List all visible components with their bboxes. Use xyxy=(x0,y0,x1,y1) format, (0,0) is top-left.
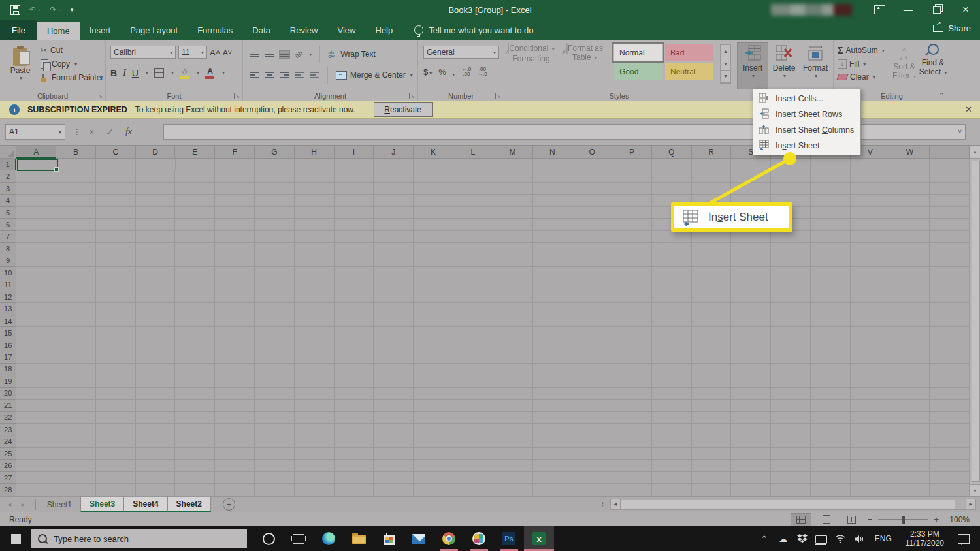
name-box-dropdown-icon[interactable]: ▾ xyxy=(59,129,61,135)
grid-cell[interactable] xyxy=(930,460,970,471)
grid-cell[interactable] xyxy=(890,364,930,375)
column-header-I[interactable]: I xyxy=(335,146,374,159)
grid-cell[interactable] xyxy=(890,400,930,411)
grid-cell[interactable] xyxy=(335,424,374,435)
grid-cell[interactable] xyxy=(255,279,295,291)
grid-cell[interactable] xyxy=(255,195,295,206)
scroll-right-icon[interactable]: ► xyxy=(966,499,976,510)
grid-cell[interactable] xyxy=(572,303,612,315)
grid-cell[interactable] xyxy=(96,400,136,411)
grid-cell[interactable] xyxy=(930,424,970,435)
taskbar-edge-icon[interactable] xyxy=(314,526,344,551)
grid-cell[interactable] xyxy=(493,327,533,339)
grid-cell[interactable] xyxy=(374,159,414,170)
grid-cell[interactable] xyxy=(612,375,652,387)
grid-cell[interactable] xyxy=(136,219,176,230)
grid-cell[interactable] xyxy=(414,231,453,243)
column-header-P[interactable]: P xyxy=(612,146,652,159)
grid-cell[interactable] xyxy=(453,327,493,339)
grid-cell[interactable] xyxy=(215,460,255,471)
grid-cell[interactable] xyxy=(295,279,335,291)
grid-cell[interactable] xyxy=(414,351,453,363)
grid-cell[interactable] xyxy=(811,219,851,230)
grid-cell[interactable] xyxy=(16,400,56,411)
grid-cell[interactable] xyxy=(96,267,136,279)
grid-cell[interactable] xyxy=(612,484,652,496)
next-sheet-icon[interactable]: ► xyxy=(20,501,26,508)
align-top-icon[interactable] xyxy=(250,51,259,58)
horizontal-scroll-thumb[interactable] xyxy=(621,500,955,509)
grid-cell[interactable] xyxy=(374,231,414,243)
grid-cell[interactable] xyxy=(890,424,930,435)
grid-cell[interactable] xyxy=(533,207,573,219)
grid-cell[interactable] xyxy=(890,315,930,327)
grid-cell[interactable] xyxy=(692,435,732,447)
grid-cell[interactable] xyxy=(136,435,176,447)
grid-cell[interactable] xyxy=(731,484,771,496)
grid-cell[interactable] xyxy=(652,484,692,496)
grid-cell[interactable] xyxy=(453,375,493,387)
row-header-3[interactable]: 3 xyxy=(0,183,16,195)
grid-cell[interactable] xyxy=(890,460,930,471)
grid-cell[interactable] xyxy=(930,327,970,339)
grid-cell[interactable] xyxy=(731,183,771,195)
grid-cell[interactable] xyxy=(692,364,732,375)
scroll-left-icon[interactable]: ◄ xyxy=(610,499,621,510)
grid-cell[interactable] xyxy=(851,351,890,363)
grid-cell[interactable] xyxy=(96,255,136,267)
grid-cell[interactable] xyxy=(295,412,335,424)
grid-cell[interactable] xyxy=(136,255,176,267)
align-middle-icon[interactable] xyxy=(265,51,274,58)
battery-icon[interactable] xyxy=(814,529,828,548)
tab-help[interactable]: Help xyxy=(365,20,402,40)
grid-cell[interactable] xyxy=(215,315,255,327)
action-center-icon[interactable] xyxy=(954,534,973,544)
grid-cell[interactable] xyxy=(56,388,96,400)
tab-file[interactable]: File xyxy=(0,20,37,40)
grid-cell[interactable] xyxy=(295,183,335,195)
grid-cell[interactable] xyxy=(215,351,255,363)
grid-cell[interactable] xyxy=(493,243,533,255)
collapse-ribbon-icon[interactable]: ⌃ xyxy=(939,91,945,100)
column-header-partial[interactable] xyxy=(930,146,970,159)
minimize-button[interactable]: — xyxy=(894,0,923,20)
wrap-text-button[interactable]: Wrap Text xyxy=(328,50,376,59)
grid-cell[interactable] xyxy=(453,315,493,327)
grid-cell[interactable] xyxy=(731,315,771,327)
grid-cell[interactable] xyxy=(136,159,176,170)
grid-cell[interactable] xyxy=(692,159,732,170)
volume-icon[interactable] xyxy=(852,529,866,548)
row-header-11[interactable]: 11 xyxy=(0,279,16,291)
grid-cell[interactable] xyxy=(533,327,573,339)
grid-cell[interactable] xyxy=(335,279,374,291)
grid-cell[interactable] xyxy=(771,183,811,195)
grid-cell[interactable] xyxy=(731,327,771,339)
grid-cell[interactable] xyxy=(96,291,136,303)
grid-cell[interactable] xyxy=(255,315,295,327)
grid-cell[interactable] xyxy=(811,183,851,195)
grid-cell[interactable] xyxy=(731,243,771,255)
grid-cell[interactable] xyxy=(96,351,136,363)
grid-cell[interactable] xyxy=(255,375,295,387)
grid-cell[interactable] xyxy=(612,267,652,279)
grid-cell[interactable] xyxy=(215,243,255,255)
grid-cell[interactable] xyxy=(56,351,96,363)
grid-cell[interactable] xyxy=(335,339,374,351)
grid-cell[interactable] xyxy=(493,472,533,484)
grid-cell[interactable] xyxy=(572,195,612,206)
grid-cell[interactable] xyxy=(453,279,493,291)
taskbar-photoshop-icon[interactable]: Ps xyxy=(494,526,524,551)
grid-cell[interactable] xyxy=(175,170,215,182)
grid-cell[interactable] xyxy=(136,327,176,339)
grid-cell[interactable] xyxy=(572,170,612,182)
grid-cell[interactable] xyxy=(374,400,414,411)
grid-cell[interactable] xyxy=(335,351,374,363)
grid-cell[interactable] xyxy=(215,327,255,339)
cancel-icon[interactable]: × xyxy=(89,127,94,137)
column-header-B[interactable]: B xyxy=(56,146,96,159)
grid-cell[interactable] xyxy=(612,243,652,255)
grid-cell[interactable] xyxy=(771,315,811,327)
grid-cell[interactable] xyxy=(414,448,453,460)
grid-cell[interactable] xyxy=(930,472,970,484)
grid-cell[interactable] xyxy=(255,159,295,170)
